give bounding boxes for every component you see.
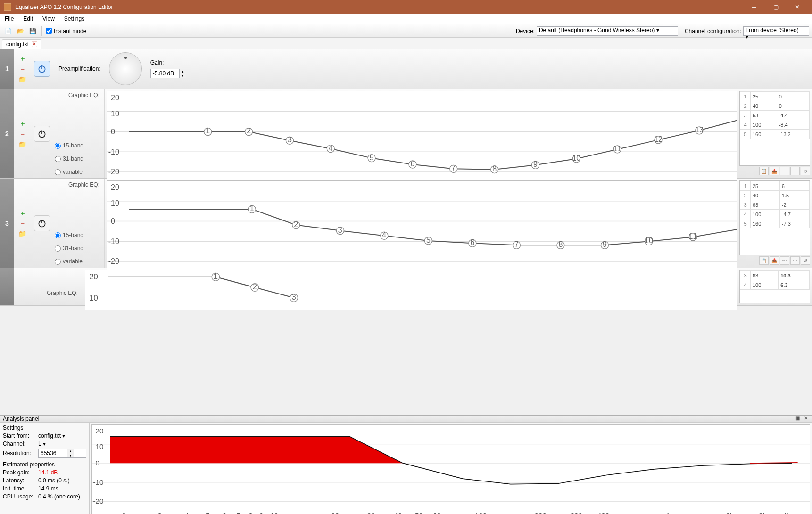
resolution-spinbox[interactable]: ▲▼ — [38, 449, 86, 458]
normalize-icon[interactable]: 〰 — [790, 167, 800, 175]
paste-icon[interactable]: 📋 — [759, 256, 769, 265]
power-icon — [37, 64, 47, 73]
svg-text:1: 1 — [250, 204, 254, 212]
band-31-radio[interactable]: 31-band — [55, 245, 102, 252]
row-index: 2 — [0, 89, 14, 178]
band-variable-radio[interactable]: variable — [55, 169, 102, 175]
spin-up[interactable]: ▲ — [180, 69, 186, 73]
svg-text:4: 4 — [382, 230, 386, 239]
svg-text:20: 20 — [96, 427, 104, 435]
save-file-button[interactable]: 💾 — [27, 26, 38, 36]
analysis-settings: Settings Start from: config.txt ▾ Channe… — [0, 423, 90, 514]
gain-input[interactable] — [151, 69, 179, 78]
svg-text:10: 10 — [645, 236, 653, 245]
menu-bar: File Edit View Settings — [0, 14, 812, 24]
preamp-label: Preamplification: — [58, 65, 100, 72]
add-filter-button[interactable]: ＋ — [19, 55, 26, 63]
editor-area: 1 ＋ － 📁 Preamplification: Gain: ▲▼ 2 ＋ — [0, 49, 812, 415]
filter-row-1: 1 ＋ － 📁 Preamplification: Gain: ▲▼ — [0, 49, 812, 89]
edit-filter-button[interactable]: 📁 — [18, 75, 26, 83]
menu-file[interactable]: File — [0, 14, 18, 24]
import-icon[interactable]: 📥 — [770, 256, 779, 265]
power-button[interactable] — [34, 61, 50, 77]
geq-value-table[interactable]: 1250 2400 363-4.4 4100-8.4 5160-13.2 — [739, 91, 810, 166]
tab-label: config.txt — [6, 41, 29, 48]
analysis-plot[interactable]: 20100-10-20 2345678910 2030405060100 200… — [91, 424, 810, 514]
reset-icon[interactable]: ↺ — [801, 256, 810, 265]
geq-value-table[interactable]: 36310.3 41006.3 — [739, 270, 810, 303]
paste-icon[interactable]: 📋 — [759, 167, 769, 175]
tab-strip: config.txt × — [0, 38, 812, 49]
add-filter-button[interactable]: ＋ — [19, 120, 26, 128]
spin-down[interactable]: ▼ — [180, 73, 186, 78]
tab-close-icon[interactable]: × — [32, 41, 37, 47]
row-controls: ＋ － 📁 — [14, 49, 31, 89]
settings-header: Settings — [3, 424, 86, 431]
power-button[interactable] — [34, 215, 50, 231]
maximize-button[interactable]: ▢ — [765, 0, 787, 14]
table-row: 363-4.4 — [740, 111, 810, 120]
tab-config[interactable]: config.txt × — [2, 39, 41, 49]
svg-text:7: 7 — [237, 511, 240, 514]
menu-settings[interactable]: Settings — [59, 14, 89, 24]
instant-mode-input[interactable] — [46, 28, 52, 34]
add-filter-button[interactable]: ＋ — [19, 209, 26, 218]
geq-plot[interactable]: 2010 1 2 3 — [85, 270, 737, 310]
table-row: 5160-13.2 — [740, 130, 810, 139]
edit-filter-button[interactable]: 📁 — [18, 230, 26, 237]
band-15-radio[interactable]: 15-band — [55, 232, 102, 238]
svg-text:4: 4 — [329, 144, 333, 152]
geq-plot[interactable]: 20100-10-20 1 2 3 4 5 6 7 8 9 10 — [107, 180, 737, 282]
svg-text:1: 1 — [214, 272, 218, 281]
svg-text:13: 13 — [695, 125, 704, 134]
remove-filter-button[interactable]: － — [19, 130, 26, 139]
channel-config-label: Channel configuration: — [685, 28, 741, 34]
svg-text:30: 30 — [367, 511, 375, 514]
svg-text:11: 11 — [613, 144, 621, 153]
svg-text:2: 2 — [253, 282, 257, 291]
table-row: 4100-4.7 — [740, 210, 810, 219]
close-panel-button[interactable]: ✕ — [803, 416, 809, 422]
reset-icon[interactable]: ↺ — [801, 167, 810, 175]
svg-text:-10: -10 — [108, 147, 119, 156]
title-bar: Equalizer APO 1.2 Configuration Editor ─… — [0, 0, 812, 14]
instant-mode-checkbox[interactable]: Instant mode — [46, 28, 86, 34]
power-button[interactable] — [34, 126, 50, 142]
channel-combo[interactable]: L ▾ — [38, 441, 86, 447]
row-index: 3 — [0, 179, 14, 268]
svg-text:2: 2 — [122, 511, 125, 514]
device-combo[interactable]: Default (Headphones - Grind Wireless Ste… — [537, 26, 678, 36]
gain-knob[interactable] — [109, 52, 142, 85]
menu-view[interactable]: View — [38, 14, 59, 24]
band-15-radio[interactable]: 15-band — [55, 142, 102, 149]
band-variable-radio[interactable]: variable — [55, 258, 102, 265]
undock-button[interactable]: ▣ — [794, 416, 801, 422]
minimize-button[interactable]: ─ — [743, 0, 765, 14]
edit-filter-button[interactable]: 📁 — [18, 140, 26, 148]
band-31-radio[interactable]: 31-band — [55, 155, 102, 162]
remove-filter-button[interactable]: － — [19, 220, 26, 228]
svg-text:8: 8 — [558, 240, 563, 248]
gain-label: Gain: — [150, 59, 186, 66]
svg-text:-20: -20 — [93, 497, 104, 505]
geq-plot[interactable]: 20 10 0 -10 -20 1 2 3 4 5 6 — [107, 91, 737, 193]
estimated-header: Estimated properties — [3, 461, 86, 468]
geq-value-table[interactable]: 1256 2401.5 363-2 4100-4.7 5160-7.3 — [739, 180, 810, 255]
svg-text:10: 10 — [96, 442, 104, 450]
invert-icon[interactable]: 〰 — [780, 167, 789, 175]
new-file-button[interactable]: 📄 — [3, 26, 13, 36]
svg-text:10: 10 — [572, 154, 580, 162]
remove-filter-button[interactable]: － — [19, 65, 26, 73]
close-button[interactable]: ✕ — [787, 0, 808, 14]
start-from-combo[interactable]: config.txt ▾ — [38, 432, 86, 439]
window-title: Equalizer APO 1.2 Configuration Editor — [15, 4, 743, 10]
svg-text:4: 4 — [185, 511, 189, 514]
gain-spinbox[interactable]: ▲▼ — [150, 69, 186, 78]
open-file-button[interactable]: 📂 — [15, 26, 25, 36]
invert-icon[interactable]: 〰 — [780, 256, 789, 265]
channel-config-combo[interactable]: From device (Stereo) ▾ — [743, 26, 809, 36]
import-icon[interactable]: 📥 — [770, 167, 779, 175]
menu-edit[interactable]: Edit — [18, 14, 38, 24]
row-index: 1 — [0, 49, 14, 89]
normalize-icon[interactable]: 〰 — [790, 256, 800, 265]
